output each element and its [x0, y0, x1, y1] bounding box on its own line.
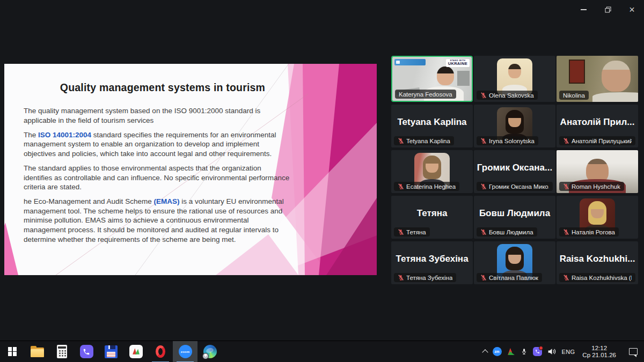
edge-icon: [203, 345, 217, 358]
slide-title: Quality management systems in tourism: [4, 82, 321, 94]
zoom-tray-icon[interactable]: zm: [493, 347, 502, 356]
muted-mic-icon: [563, 275, 569, 281]
muted-mic-icon: [563, 229, 569, 235]
taskbar-viber[interactable]: [74, 341, 99, 362]
taskbar-opera[interactable]: [148, 341, 173, 362]
participant-tile-iryna-solonytska[interactable]: Iryna Solonytska: [474, 105, 555, 147]
slide-paragraph-2: The ISO 14001:2004 standard specifies th…: [24, 130, 291, 159]
muted-mic-icon: [480, 275, 487, 281]
slide-paragraph-1: The quality management system based on t…: [24, 106, 291, 125]
participant-tile-raisa-kozhukhivska[interactable]: Raisa Kozhukhi... Raisa Kozhukhivska (P.…: [557, 241, 638, 284]
close-button[interactable]: ×: [620, 0, 644, 19]
participant-tile-anatolii-prylutskyi[interactable]: Анатолій Прил... Анатолій Прилуцький...: [557, 105, 638, 147]
microphone-tray-icon[interactable]: [521, 348, 528, 356]
taskbar-calculator[interactable]: [49, 341, 74, 362]
university-logo: [394, 59, 426, 65]
participant-name-label: Nikolina: [559, 91, 589, 100]
muted-mic-icon: [480, 229, 487, 235]
participant-tile-ecaterina-heghea[interactable]: Ecaterina Heghea: [391, 150, 473, 193]
volume-icon[interactable]: [547, 348, 557, 356]
action-center-icon[interactable]: [629, 348, 638, 355]
viber-icon: [80, 345, 93, 358]
muted-mic-icon: [480, 92, 487, 99]
opera-icon: [156, 345, 165, 358]
participant-name-label: Tetyana Kaplina: [394, 136, 454, 145]
system-tray: zm ENG 12:12 Ср 21.01.26: [483, 345, 644, 359]
taskbar-zoom[interactable]: zoom: [173, 341, 197, 362]
shared-screen-slide: Quality management systems in tourism Th…: [4, 64, 377, 275]
participant-name-label: Громик Оксана Мико...: [477, 182, 553, 191]
participant-display-name: Tetyana Kaplina: [397, 117, 466, 128]
folder-icon: [31, 348, 44, 357]
window-controls: ×: [572, 0, 644, 19]
participant-name-label: Raisa Kozhukhivska (P...: [559, 273, 635, 282]
participant-display-name: Громик Оксана...: [477, 162, 552, 173]
muted-mic-icon: [398, 138, 404, 144]
graph-tray-icon[interactable]: [507, 348, 515, 356]
profile-photo: [497, 58, 532, 95]
viber-tray-icon[interactable]: [533, 347, 542, 356]
stand-with-ukraine-badge: STAND WITH UKRAINE: [446, 59, 470, 67]
participant-name-label: Roman Hyshchuk: [559, 182, 624, 191]
participant-tile-olena-sakovska[interactable]: Olena Sakovska: [474, 56, 555, 102]
participant-tile-bovsh-lyudmyla[interactable]: Бовш Людмила Бовш Людмила: [474, 196, 555, 239]
participant-name-label: Olena Sakovska: [477, 91, 538, 100]
slide-body: The quality management system based on t…: [24, 106, 291, 249]
iso-link: ISO 14001:2004: [38, 131, 91, 139]
participant-name-label: Ecaterina Heghea: [394, 182, 459, 191]
minimize-icon: [581, 9, 587, 10]
taskbar-media-app[interactable]: [123, 341, 148, 362]
participant-tile-roman-hyshchuk[interactable]: Roman Hyshchuk: [557, 150, 638, 193]
participant-tile-nikolina[interactable]: Nikolina: [557, 56, 638, 102]
taskbar-save-app[interactable]: [99, 341, 123, 362]
participant-name-label: Kateryna Fedosova: [395, 90, 456, 99]
participant-name-label: Анатолій Прилуцький...: [559, 136, 635, 145]
taskbar-file-explorer[interactable]: [25, 341, 49, 362]
muted-mic-icon: [480, 183, 487, 190]
tray-expand-chevron-icon[interactable]: [482, 349, 488, 355]
participant-tile-kateryna-fedosova[interactable]: STAND WITH UKRAINE Kateryna Fedosova: [391, 56, 473, 102]
emas-link: (EMAS): [153, 197, 179, 205]
muted-mic-icon: [563, 183, 569, 190]
participant-tile-hromyk-oksana[interactable]: Громик Оксана... Громик Оксана Мико...: [474, 150, 555, 193]
restore-icon: [605, 6, 611, 13]
participant-display-name: Тетяна Зубехіна: [396, 254, 468, 264]
start-button[interactable]: [0, 341, 25, 362]
participant-tile-natalia-rohova[interactable]: Наталія Рогова: [557, 196, 638, 239]
clock-date: Ср 21.01.26: [582, 352, 616, 359]
participant-tile-tetyana[interactable]: Тетяна Тетяна: [391, 196, 473, 239]
slide-paragraph-3: The standard applies to those environmen…: [24, 164, 291, 192]
muted-mic-icon: [398, 183, 404, 190]
participant-name-label: Iryna Solonytska: [477, 136, 538, 145]
participant-display-name: Анатолій Прил...: [560, 117, 635, 128]
floppy-disk-icon: [105, 345, 118, 358]
calculator-icon: [57, 345, 67, 358]
media-app-icon: [129, 345, 143, 358]
clock[interactable]: 12:12 Ср 21.01.26: [582, 345, 616, 359]
language-indicator[interactable]: ENG: [562, 349, 575, 355]
slide-paragraph-4: he Eco-Management and Audit Scheme (EMAS…: [24, 197, 291, 244]
participant-name-label: Тетяна Зубехіна: [394, 273, 456, 282]
muted-mic-icon: [563, 138, 569, 144]
participant-tile-svitlana-pavlyuk[interactable]: Світлана Павлюк: [474, 241, 555, 284]
participant-tile-tetyana-kaplina[interactable]: Tetyana Kaplina Tetyana Kaplina: [391, 105, 473, 147]
participants-grid: STAND WITH UKRAINE Kateryna Fedosova Ole…: [391, 56, 638, 284]
participant-display-name: Бовш Людмила: [479, 208, 550, 219]
muted-mic-icon: [398, 275, 404, 281]
participant-tile-tetyana-zubekhina[interactable]: Тетяна Зубехіна Тетяна Зубехіна: [391, 241, 473, 284]
participant-display-name: Тетяна: [417, 208, 448, 219]
muted-mic-icon: [398, 229, 404, 235]
zoom-app-icon: zoom: [179, 345, 192, 358]
participant-name-label: Наталія Рогова: [559, 227, 619, 237]
minimize-button[interactable]: [572, 0, 596, 19]
windows-logo-icon: [8, 347, 17, 356]
muted-mic-icon: [480, 138, 487, 144]
participant-display-name: Raisa Kozhukhi...: [560, 254, 635, 264]
close-icon: ×: [629, 4, 635, 16]
participant-name-label: Світлана Павлюк: [477, 273, 542, 282]
participant-name-label: Бовш Людмила: [477, 227, 537, 237]
clock-time: 12:12: [591, 345, 607, 352]
profile-badge-icon: [202, 353, 209, 359]
restore-button[interactable]: [596, 0, 620, 19]
taskbar-edge[interactable]: [197, 341, 222, 362]
